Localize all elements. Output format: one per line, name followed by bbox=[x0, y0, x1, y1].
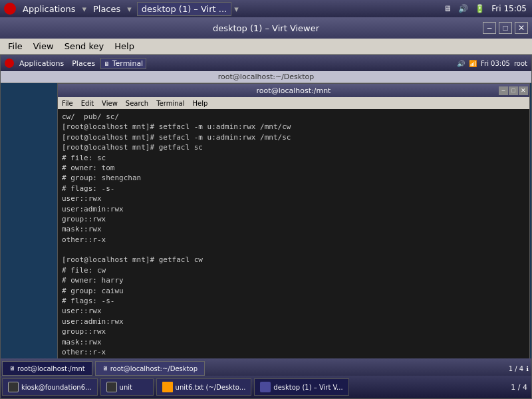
outer-tab-virt[interactable]: desktop (1) – Virt V... bbox=[254, 378, 348, 396]
inner-tab-mnt-icon: 🖥 bbox=[9, 365, 15, 372]
outer-tab-unit6[interactable]: unit6.txt (~/Deskto... bbox=[156, 378, 252, 396]
inner-menu-view[interactable]: View bbox=[98, 99, 122, 108]
unit-tab-icon bbox=[106, 382, 117, 392]
outer-tab-kiosk[interactable]: kiosk@foundation6... bbox=[2, 378, 98, 396]
close-button[interactable]: ✕ bbox=[515, 22, 528, 34]
inner-tab-desktop-icon: 🖥 bbox=[102, 365, 108, 372]
inner-terminal-menubar: File Edit View Search Terminal Help bbox=[58, 97, 529, 109]
inner-user-label: root bbox=[514, 60, 527, 67]
unit-tab-label: unit bbox=[120, 384, 132, 391]
terminal-content[interactable]: cw/ pub/ sc/ [root@localhost mnt]# setfa… bbox=[58, 109, 529, 378]
virt-menubar: File View Send key Help bbox=[0, 39, 532, 55]
inner-taskbar-top: Applications Places 🖥 Terminal 🔊 📶 Fri 0… bbox=[1, 55, 531, 71]
outer-tab-unit[interactable]: unit bbox=[100, 378, 154, 396]
virt-tab-label: desktop (1) – Virt V... bbox=[273, 384, 342, 391]
inner-bottom-right: 1 / 4 ℹ bbox=[509, 365, 531, 372]
battery-icon: 🔋 bbox=[475, 4, 485, 13]
inner-desktop: Applications Places 🖥 Terminal 🔊 📶 Fri 0… bbox=[1, 55, 531, 378]
inner-terminal-controls: – □ ✕ bbox=[499, 86, 528, 95]
inner-terminal-window[interactable]: root@localhost:/mnt – □ ✕ File Edit View… bbox=[57, 83, 530, 378]
terminal-text: cw/ pub/ sc/ [root@localhost mnt]# setfa… bbox=[62, 112, 525, 357]
monitor-icon: 🖥 bbox=[444, 4, 452, 13]
inner-tab-desktop-label: root@localhost:~/Desktop bbox=[110, 365, 198, 372]
inner-fedora-icon bbox=[5, 59, 14, 68]
desktop-path: root@localhost:~/Desktop bbox=[218, 72, 314, 81]
inner-menu-edit[interactable]: Edit bbox=[77, 99, 98, 108]
virt-titlebar-controls: – □ ✕ bbox=[483, 22, 528, 34]
virt-window-title: desktop (1) – Virt Viewer bbox=[0, 23, 532, 33]
inner-maximize-btn[interactable]: □ bbox=[509, 86, 518, 95]
outer-pager: 1 / 4 bbox=[511, 383, 527, 392]
kiosk-tab-label: kiosk@foundation6... bbox=[21, 384, 92, 391]
inner-terminal-titlebar: root@localhost:/mnt – □ ✕ bbox=[58, 84, 529, 97]
inner-tab-mnt-label: root@localhost:/mnt bbox=[17, 365, 85, 372]
window-chevron-icon: ▾ bbox=[234, 4, 239, 14]
inner-menu-terminal[interactable]: Terminal bbox=[152, 99, 188, 108]
unit6-tab-icon bbox=[162, 382, 173, 392]
inner-speaker-icon: 🔊 bbox=[457, 60, 465, 67]
places-menu[interactable]: Places bbox=[89, 3, 124, 15]
minimize-button[interactable]: – bbox=[483, 22, 496, 34]
time-display: Fri 15:05 bbox=[491, 4, 527, 13]
inner-desktop-bar: root@localhost:~/Desktop bbox=[1, 71, 531, 83]
desktop-window-tab[interactable]: desktop (1) – Virt ... bbox=[137, 2, 231, 16]
inner-menu-help[interactable]: Help bbox=[188, 99, 211, 108]
inner-terminal-icon: 🖥 bbox=[104, 61, 110, 67]
menu-view[interactable]: View bbox=[28, 40, 59, 53]
applications-menu[interactable]: Applications bbox=[19, 3, 79, 15]
inner-terminal-title: root@localhost:/mnt bbox=[257, 86, 331, 95]
inner-menu-file[interactable]: File bbox=[58, 99, 77, 108]
inner-places-menu[interactable]: Places bbox=[69, 59, 98, 68]
menu-help[interactable]: Help bbox=[109, 40, 140, 53]
outer-taskbar: Applications ▾ Places ▾ desktop (1) – Vi… bbox=[0, 0, 532, 17]
chevron-icon: ▾ bbox=[82, 4, 86, 14]
virt-titlebar: desktop (1) – Virt Viewer – □ ✕ bbox=[0, 17, 532, 39]
outer-taskbar-left: Applications ▾ Places ▾ desktop (1) – Vi… bbox=[0, 2, 243, 16]
inner-minimize-btn[interactable]: – bbox=[499, 86, 508, 95]
outer-bottom-right: 1 / 4 bbox=[511, 383, 531, 392]
inner-top-left: Applications Places 🖥 Terminal bbox=[1, 58, 150, 69]
inner-menu-search[interactable]: Search bbox=[122, 99, 152, 108]
inner-top-right: 🔊 📶 Fri 03:05 root bbox=[457, 60, 531, 67]
fedora-icon bbox=[4, 3, 16, 15]
virt-viewer-window: desktop (1) – Virt Viewer – □ ✕ File Vie… bbox=[0, 17, 532, 399]
speaker-icon: 🔊 bbox=[458, 4, 468, 13]
inner-tab-mnt[interactable]: 🖥 root@localhost:/mnt bbox=[2, 361, 92, 376]
outer-taskbar-right: 🖥 🔊 🔋 Fri 15:05 bbox=[444, 4, 532, 13]
menu-sendkey[interactable]: Send key bbox=[59, 40, 110, 53]
inner-terminal-tab[interactable]: 🖥 Terminal bbox=[100, 58, 146, 69]
inner-applications-menu[interactable]: Applications bbox=[17, 59, 66, 68]
inner-network-icon: 📶 bbox=[469, 60, 477, 67]
inner-pager: 1 / 4 bbox=[509, 365, 523, 372]
menu-file[interactable]: File bbox=[3, 40, 28, 53]
unit6-tab-label: unit6.txt (~/Deskto... bbox=[176, 384, 246, 391]
places-chevron-icon: ▾ bbox=[127, 4, 132, 14]
inner-terminal-label: Terminal bbox=[112, 59, 144, 68]
maximize-button[interactable]: □ bbox=[499, 22, 512, 34]
kiosk-tab-icon bbox=[8, 382, 19, 392]
vm-display[interactable]: Applications Places 🖥 Terminal 🔊 📶 Fri 0… bbox=[0, 55, 532, 399]
inner-info-icon: ℹ bbox=[526, 365, 529, 372]
inner-time: Fri 03:05 bbox=[481, 60, 510, 67]
outer-bottom-taskbar: kiosk@foundation6... unit unit6.txt (~/D… bbox=[1, 376, 531, 398]
inner-close-btn[interactable]: ✕ bbox=[519, 86, 528, 95]
virt-tab-icon bbox=[260, 382, 271, 392]
inner-tab-desktop[interactable]: 🖥 root@localhost:~/Desktop bbox=[95, 361, 205, 376]
